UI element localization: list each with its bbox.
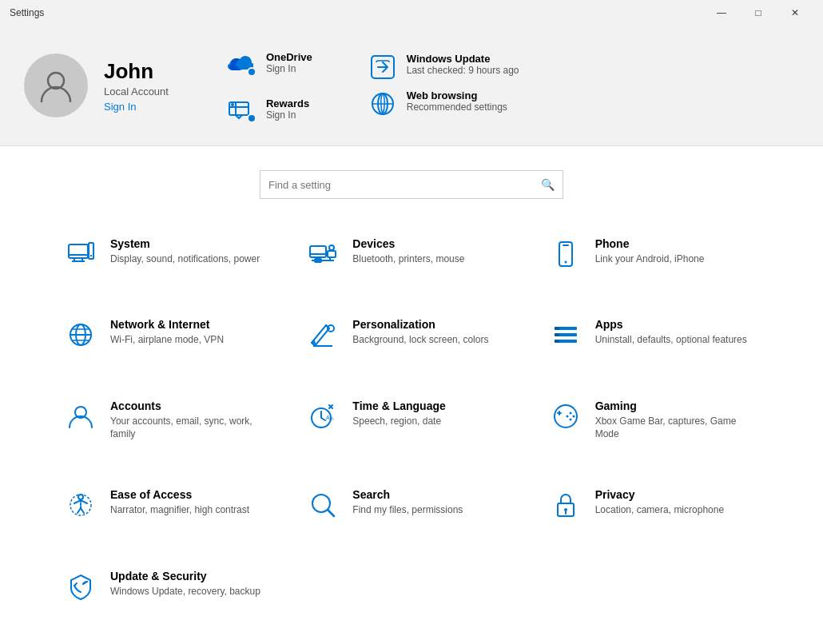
- profile-info: John Local Account Sign In: [104, 59, 169, 113]
- phone-desc: Link your Android, iPhone: [595, 252, 705, 266]
- services-list: OneDrive Sign In Rewards Sign In: [217, 42, 328, 129]
- ease-name: Ease of Access: [110, 488, 249, 501]
- update-security-setting[interactable]: Update & Security Windows Update, recove…: [48, 555, 290, 636]
- search-setting-name: Search: [352, 488, 463, 501]
- devices-setting[interactable]: Devices Bluetooth, printers, mouse: [290, 223, 532, 304]
- system-setting[interactable]: System Display, sound, notifications, po…: [48, 223, 290, 304]
- gaming-name: Gaming: [595, 400, 759, 412]
- title-bar: Settings — □ ✕: [0, 0, 823, 26]
- personalization-name: Personalization: [352, 318, 488, 331]
- phone-setting[interactable]: Phone Link your Android, iPhone: [533, 223, 775, 304]
- search-input[interactable]: [268, 179, 541, 191]
- svg-point-30: [569, 418, 571, 420]
- accounts-desc: Your accounts, email, sync, work, family: [110, 415, 274, 442]
- profile-header: John Local Account Sign In OneDrive Sign…: [0, 26, 823, 146]
- time-desc: Speech, region, date: [352, 415, 445, 428]
- ease-desc: Narrator, magnifier, high contrast: [110, 503, 249, 517]
- search-area: 🔍: [0, 146, 823, 215]
- settings-grid: System Display, sound, notifications, po…: [0, 215, 823, 644]
- update-security-name: Update & Security: [110, 570, 260, 582]
- svg-point-29: [572, 415, 575, 417]
- rewards-icon: [225, 94, 256, 123]
- svg-rect-22: [555, 340, 559, 343]
- rewards-sub: Sign In: [266, 109, 309, 121]
- system-icon: [64, 237, 97, 271]
- network-name: Network & Internet: [110, 318, 224, 331]
- gaming-desc: Xbox Game Bar, captures, Game Mode: [595, 415, 759, 442]
- web-browsing-item[interactable]: Web browsing Recommended settings: [368, 89, 519, 118]
- devices-desc: Bluetooth, printers, mouse: [352, 252, 464, 266]
- profile-signin-link[interactable]: Sign In: [104, 101, 169, 113]
- windows-services: Windows Update Last checked: 9 hours ago…: [368, 53, 519, 118]
- maximize-button[interactable]: □: [740, 0, 777, 26]
- window-controls: — □ ✕: [703, 0, 813, 26]
- onedrive-icon: [225, 48, 256, 77]
- accounts-icon: [64, 400, 97, 433]
- ease-icon: [64, 488, 97, 522]
- svg-rect-8: [310, 246, 326, 257]
- svg-point-13: [564, 261, 567, 264]
- apps-icon: [549, 318, 582, 352]
- update-security-desc: Windows Update, recovery, backup: [110, 585, 260, 598]
- apps-setting[interactable]: Apps Uninstall, defaults, optional featu…: [533, 304, 775, 384]
- search-box: 🔍: [260, 170, 563, 199]
- personalization-desc: Background, lock screen, colors: [352, 333, 488, 347]
- svg-rect-10: [328, 251, 336, 257]
- onedrive-service[interactable]: OneDrive Sign In: [217, 42, 328, 83]
- windows-update-icon: [368, 53, 397, 81]
- gaming-setting[interactable]: Gaming Xbox Game Bar, captures, Game Mod…: [533, 385, 775, 475]
- ease-setting[interactable]: Ease of Access Narrator, magnifier, high…: [48, 474, 290, 555]
- time-icon: A あ: [306, 400, 340, 433]
- network-icon: [64, 318, 97, 352]
- svg-point-2: [231, 103, 234, 106]
- profile-name: John: [104, 59, 169, 84]
- app-title: Settings: [10, 7, 44, 18]
- phone-name: Phone: [595, 237, 705, 250]
- personalization-icon: [306, 318, 340, 352]
- profile-account-type: Local Account: [104, 85, 169, 97]
- gaming-icon: [549, 400, 582, 433]
- windows-update-name: Windows Update: [407, 53, 519, 65]
- onedrive-dot: [247, 67, 256, 77]
- personalization-setting[interactable]: Personalization Background, lock screen,…: [290, 304, 532, 384]
- privacy-desc: Location, camera, microphone: [595, 503, 724, 517]
- network-desc: Wi-Fi, airplane mode, VPN: [110, 333, 224, 347]
- rewards-dot: [247, 113, 256, 123]
- time-name: Time & Language: [352, 400, 445, 412]
- apps-desc: Uninstall, defaults, optional features: [595, 333, 747, 347]
- web-browsing-sub: Recommended settings: [407, 101, 507, 113]
- search-setting-desc: Find my files, permissions: [352, 503, 463, 517]
- apps-name: Apps: [595, 318, 747, 331]
- svg-rect-21: [555, 333, 559, 336]
- update-security-icon: [64, 570, 97, 603]
- phone-icon: [549, 237, 582, 271]
- privacy-setting[interactable]: Privacy Location, camera, microphone: [533, 474, 775, 555]
- svg-point-31: [566, 415, 568, 417]
- rewards-service[interactable]: Rewards Sign In: [217, 88, 328, 129]
- onedrive-name: OneDrive: [266, 51, 312, 63]
- accounts-setting[interactable]: Accounts Your accounts, email, sync, wor…: [48, 385, 290, 475]
- svg-point-32: [78, 495, 83, 499]
- devices-icon: [306, 237, 340, 271]
- onedrive-sub: Sign In: [266, 63, 312, 74]
- network-setting[interactable]: Network & Internet Wi-Fi, airplane mode,…: [48, 304, 290, 384]
- devices-name: Devices: [352, 237, 464, 250]
- time-setting[interactable]: A あ Time & Language Speech, region, date: [290, 385, 532, 475]
- system-name: System: [110, 237, 260, 250]
- avatar: [24, 54, 88, 117]
- web-browsing-name: Web browsing: [407, 89, 507, 101]
- windows-update-sub: Last checked: 9 hours ago: [407, 65, 519, 76]
- minimize-button[interactable]: —: [703, 0, 740, 26]
- search-setting[interactable]: Search Find my files, permissions: [290, 474, 532, 555]
- rewards-name: Rewards: [266, 97, 309, 109]
- accounts-name: Accounts: [110, 400, 274, 412]
- web-browsing-icon: [368, 89, 397, 118]
- svg-point-11: [329, 245, 334, 250]
- svg-text:あ: あ: [330, 415, 334, 420]
- svg-rect-6: [69, 244, 88, 258]
- privacy-name: Privacy: [595, 488, 724, 501]
- close-button[interactable]: ✕: [777, 0, 813, 26]
- windows-update-item[interactable]: Windows Update Last checked: 9 hours ago: [368, 53, 519, 81]
- system-desc: Display, sound, notifications, power: [110, 252, 260, 266]
- search-setting-icon: [306, 488, 340, 522]
